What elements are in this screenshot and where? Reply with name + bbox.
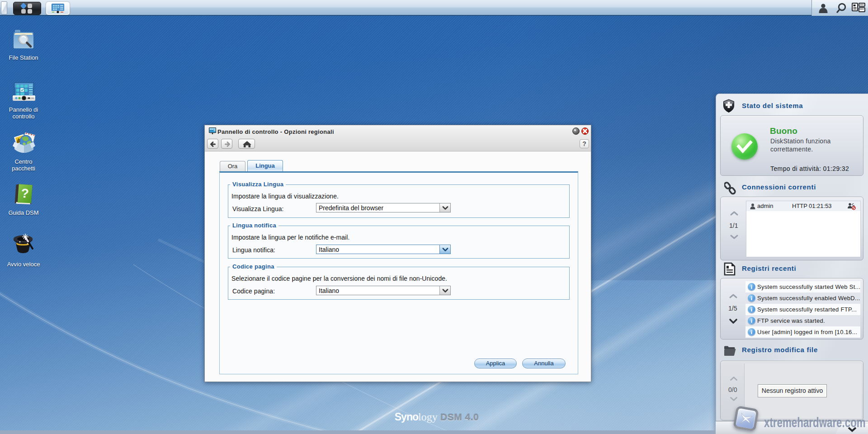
svg-text:?: ? bbox=[21, 186, 29, 201]
